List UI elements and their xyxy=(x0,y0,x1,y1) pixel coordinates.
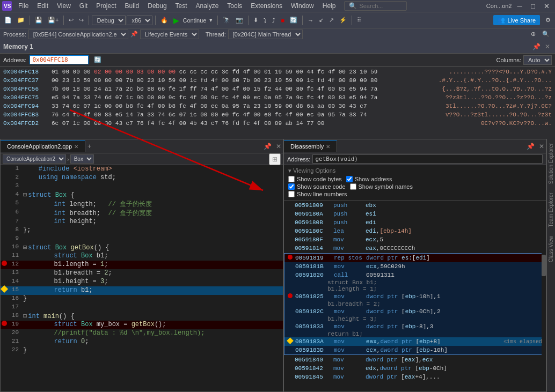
breadcrumb-project-dropdown[interactable]: ConsoleApplication2 xyxy=(3,154,66,164)
menu-extensions[interactable]: Extensions xyxy=(246,1,287,11)
breadcrumb-class-dropdown[interactable]: Box xyxy=(70,154,94,164)
maximize-button[interactable]: □ xyxy=(528,2,538,10)
menu-help[interactable]: Help xyxy=(318,1,340,11)
thread-label: Thread: xyxy=(206,31,226,38)
save-button[interactable]: 💾 xyxy=(33,16,45,25)
memory-close-button[interactable]: ✕ xyxy=(543,43,552,50)
platform-dropdown[interactable]: x86 xyxy=(127,16,152,25)
continue-button[interactable]: ▶ xyxy=(171,15,181,26)
step-in-button2[interactable]: ↙ xyxy=(317,16,326,25)
disasm-tab-close[interactable]: ✕ xyxy=(326,144,330,150)
memory-refresh-button[interactable]: 🔄 xyxy=(92,55,104,64)
step-into-button[interactable]: ⬇ xyxy=(251,16,260,25)
disasm-content[interactable]: 00591809 push ebx 0059180A push esi 0059… xyxy=(284,201,546,391)
current-line-indicator xyxy=(1,285,8,293)
menu-window[interactable]: Window xyxy=(287,1,318,11)
code-panel: ConsoleApplication2.cpp ✕ + 📌 ✕ ConsoleA… xyxy=(0,139,283,392)
disasm-line-mov-breadth: 0059182C mov dword ptr [ebp-0Ch],2 xyxy=(284,307,545,316)
memory-address-input[interactable] xyxy=(30,55,89,64)
start-debug-icon[interactable]: 🔥 xyxy=(158,16,170,25)
settings-button[interactable]: ⚙ xyxy=(543,16,553,25)
continue-dropdown[interactable]: ▾ xyxy=(207,16,215,25)
code-line-19: 19 struct Box my_box = getBox(); xyxy=(1,321,283,329)
code-content[interactable]: 1 #include <iostream> 2 using namespace … xyxy=(1,165,283,391)
continue-label: Continue xyxy=(182,17,206,24)
camera-button[interactable]: 📷 xyxy=(233,16,245,25)
menu-git[interactable]: Git xyxy=(75,1,92,11)
sidebar-tab-solution-explorer[interactable]: Solution Explorer xyxy=(547,139,555,188)
disasm-bp-dot-1 xyxy=(288,255,293,260)
sidebar-tab-team-explorer[interactable]: Team Explorer xyxy=(547,188,555,231)
columns-dropdown[interactable]: Auto xyxy=(523,55,552,65)
code-tab-close[interactable]: ✕ xyxy=(74,144,78,150)
show-symbol-names-checkbox[interactable] xyxy=(350,183,356,190)
undo-button[interactable]: ↩ xyxy=(67,16,76,25)
menu-edit[interactable]: Edit xyxy=(33,1,53,11)
menu-file[interactable]: File xyxy=(14,1,33,11)
code-close-button[interactable]: ✕ xyxy=(274,143,283,150)
memory-pin-button[interactable]: 📌 xyxy=(531,43,542,50)
step-out-button2[interactable]: ↗ xyxy=(327,16,336,25)
show-line-numbers-label[interactable]: Show line numbers xyxy=(288,191,347,197)
show-address-label[interactable]: Show address xyxy=(346,176,392,182)
code-line-2: 2 using namespace std; xyxy=(1,174,283,182)
menu-analyze[interactable]: Analyze xyxy=(192,1,223,11)
disasm-line-2: 0059180A push esi xyxy=(284,210,546,218)
restart-button[interactable]: 🔄 xyxy=(288,16,300,25)
code-line-3: 3 xyxy=(1,182,283,191)
memory-panel: Memory 1 📌 ✕ Address: 🔄 Columns: Auto xyxy=(0,40,555,139)
menu-tools[interactable]: Tools xyxy=(223,1,246,11)
add-tab-button[interactable]: + xyxy=(85,142,93,151)
spy-button[interactable]: 🔭 xyxy=(221,16,232,25)
code-pin-button[interactable]: 📌 xyxy=(262,143,273,150)
show-source-code-label[interactable]: Show source code xyxy=(288,183,346,190)
menu-test[interactable]: Test xyxy=(171,1,192,11)
code-tab-label: ConsoleApplication2.cpp xyxy=(7,143,72,150)
disasm-close-button[interactable]: ✕ xyxy=(537,143,546,150)
show-code-bytes-label[interactable]: Show code bytes xyxy=(288,176,342,182)
minimize-button[interactable]: ─ xyxy=(514,2,525,10)
search-input[interactable] xyxy=(359,3,402,9)
debug-config-dropdown[interactable]: Debug xyxy=(92,16,126,25)
code-tab-cpp[interactable]: ConsoleApplication2.cpp ✕ xyxy=(1,140,85,152)
step-out-button[interactable]: ⤴ xyxy=(270,16,278,25)
disasm-address-input[interactable] xyxy=(312,154,543,164)
disasm-line-1: 00591809 push ebx xyxy=(284,201,546,210)
live-share-button[interactable]: 👥 Live Share xyxy=(493,15,540,25)
disasm-detail-1: struct Box b1; xyxy=(284,279,545,286)
disasm-detail-3: b1.breadth = 2; xyxy=(284,301,545,307)
disasm-address-bar: Address: xyxy=(284,153,546,165)
sidebar-tab-class-view[interactable]: Class View xyxy=(547,232,555,267)
show-line-numbers-checkbox[interactable] xyxy=(288,191,295,197)
close-button[interactable]: ✕ xyxy=(541,2,553,10)
menu-view[interactable]: View xyxy=(53,1,75,11)
menu-project[interactable]: Project xyxy=(92,1,120,11)
new-file-button[interactable]: 📄 xyxy=(2,16,14,25)
filter-button[interactable]: ⊕ xyxy=(529,29,538,39)
show-source-code-checkbox[interactable] xyxy=(288,183,295,190)
show-symbol-names-label[interactable]: Show symbol names xyxy=(350,183,413,190)
parallel-stacks-button[interactable]: ⠿ xyxy=(355,16,363,25)
disasm-pin-button[interactable]: 📌 xyxy=(525,143,536,150)
split-editor-button[interactable]: ⊞ xyxy=(269,153,281,165)
process-label: Process: xyxy=(3,31,26,38)
menu-debug[interactable]: Debug xyxy=(143,1,171,11)
menu-build[interactable]: Build xyxy=(121,1,144,11)
right-sidebar: Solution Explorer Team Explorer Class Vi… xyxy=(546,139,555,392)
step-over-button[interactable]: ⤵ xyxy=(261,16,269,25)
show-code-bytes-checkbox[interactable] xyxy=(288,176,295,182)
code-line-13: 13 b1.breadth = 2; xyxy=(1,269,283,278)
thread-dropdown[interactable]: [0x204C] Main Thread xyxy=(228,29,303,39)
process-dropdown[interactable]: [0x5E44] ConsoleApplication2.e xyxy=(28,29,128,39)
save-all-button[interactable]: 💾+ xyxy=(46,16,61,25)
open-button[interactable]: 📁 xyxy=(15,16,27,25)
show-address-checkbox[interactable] xyxy=(346,176,353,182)
run-click-button[interactable]: ⚡ xyxy=(337,16,349,25)
next-statement-button[interactable]: → xyxy=(305,16,316,25)
redo-button[interactable]: ↪ xyxy=(77,16,86,25)
svg-text:VS: VS xyxy=(4,3,11,9)
lifecycle-dropdown[interactable]: Lifecycle Events xyxy=(140,29,199,39)
stop-button[interactable]: ■ xyxy=(279,16,287,25)
thread-search-button[interactable]: 🔍 xyxy=(540,29,552,39)
disasm-tab[interactable]: Disassembly ✕ xyxy=(284,140,337,152)
